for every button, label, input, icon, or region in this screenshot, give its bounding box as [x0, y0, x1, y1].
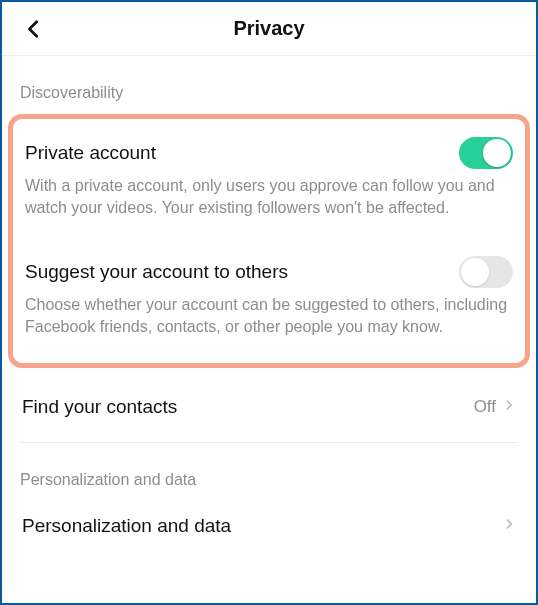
toggle-knob — [461, 258, 489, 286]
header: Privacy — [2, 2, 536, 56]
highlight-box: Private account With a private account, … — [8, 114, 530, 368]
personalization-data-title: Personalization and data — [22, 515, 231, 537]
suggest-account-desc: Choose whether your account can be sugge… — [25, 294, 513, 339]
find-contacts-title: Find your contacts — [22, 396, 177, 418]
private-account-desc: With a private account, only users you a… — [25, 175, 513, 220]
back-icon — [23, 18, 45, 40]
chevron-right-icon — [502, 516, 516, 536]
row-find-contacts[interactable]: Find your contacts Off — [20, 382, 518, 432]
row-private-account: Private account With a private account, … — [23, 131, 515, 230]
row-suggest-account: Suggest your account to others Choose wh… — [23, 250, 515, 349]
toggle-knob — [483, 139, 511, 167]
suggest-account-toggle[interactable] — [459, 256, 513, 288]
page-title: Privacy — [233, 17, 304, 40]
suggest-account-title: Suggest your account to others — [25, 261, 288, 283]
divider — [20, 442, 518, 443]
back-button[interactable] — [20, 15, 48, 43]
section-label-discoverability: Discoverability — [20, 84, 518, 102]
chevron-right-icon — [502, 397, 516, 417]
private-account-title: Private account — [25, 142, 156, 164]
private-account-toggle[interactable] — [459, 137, 513, 169]
section-label-personalization: Personalization and data — [20, 471, 518, 489]
row-personalization-data[interactable]: Personalization and data — [20, 501, 518, 551]
content: Discoverability Private account With a p… — [2, 84, 536, 551]
find-contacts-value: Off — [474, 397, 496, 417]
